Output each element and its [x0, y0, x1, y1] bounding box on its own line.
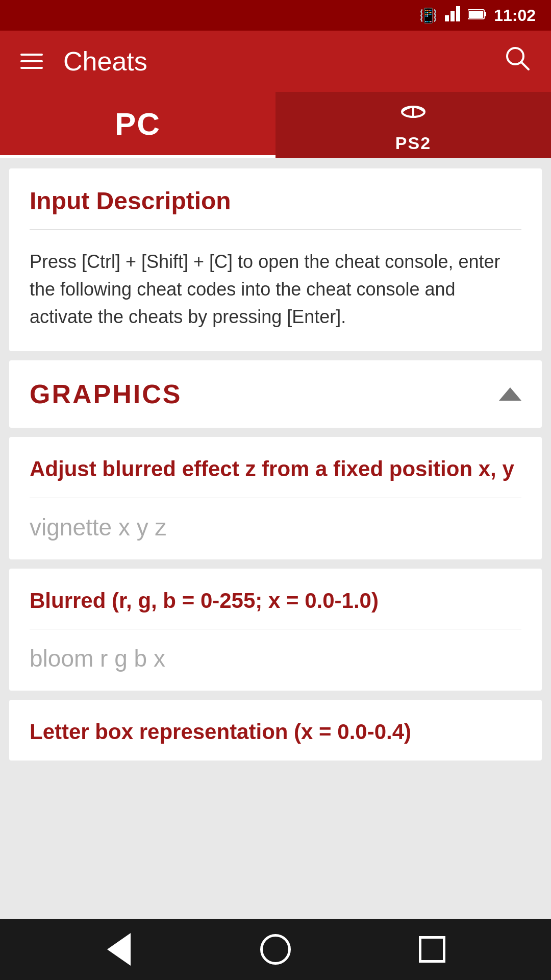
vibrate-icon: 📳 [419, 7, 437, 24]
svg-marker-2 [456, 6, 460, 21]
tab-ps2[interactable]: PS2 [276, 92, 551, 158]
chevron-up-icon [499, 387, 521, 401]
nav-bar [0, 919, 551, 980]
svg-rect-4 [484, 12, 486, 16]
cheat-item-1: Adjust blurred effect z from a fixed pos… [9, 437, 542, 559]
tab-pc-label: PC [115, 106, 161, 142]
input-description-title: Input Description [30, 187, 521, 215]
cheat-item-3: Letter box representation (x = 0.0-0.4) [9, 700, 542, 761]
ps2-logo: PS2 [388, 97, 439, 153]
home-icon [260, 934, 291, 965]
status-time: 11:02 [494, 6, 536, 25]
signal-icon [445, 6, 460, 25]
app-bar-left: Cheats [20, 46, 147, 77]
back-icon [107, 933, 131, 966]
input-description-header: Input Description [9, 168, 542, 229]
recent-apps-button[interactable] [414, 932, 450, 967]
input-description-card: Input Description Press [Ctrl] + [Shift]… [9, 168, 542, 351]
input-description-body: Press [Ctrl] + [Shift] + [C] to open the… [9, 230, 542, 351]
tab-pc[interactable]: PC [0, 92, 276, 158]
status-bar: 📳 11:02 [0, 0, 551, 31]
svg-marker-0 [445, 15, 449, 21]
battery-icon [468, 7, 486, 23]
svg-line-7 [521, 62, 529, 69]
svg-rect-5 [469, 11, 483, 18]
graphics-section-header[interactable]: GRAPHICS [9, 360, 542, 428]
graphics-section-title: GRAPHICS [30, 379, 182, 409]
menu-icon[interactable] [20, 54, 43, 69]
status-icons: 📳 11:02 [419, 6, 536, 25]
svg-marker-1 [450, 11, 455, 21]
back-button[interactable] [101, 932, 137, 967]
content-area: Input Description Press [Ctrl] + [Shift]… [0, 158, 551, 919]
cheat-code-2: bloom r g b x [9, 629, 542, 691]
home-button[interactable] [258, 932, 293, 967]
tab-ps2-label: PS2 [395, 133, 431, 153]
cheat-title-1: Adjust blurred effect z from a fixed pos… [9, 437, 542, 498]
tabs-container: PC PS2 [0, 92, 551, 158]
search-icon[interactable] [504, 45, 531, 78]
cheat-title-3: Letter box representation (x = 0.0-0.4) [9, 700, 542, 761]
recent-icon [419, 936, 445, 963]
cheat-code-1: vignette x y z [9, 498, 542, 559]
page-title: Cheats [63, 46, 147, 77]
cheat-item-2: Blurred (r, g, b = 0-255; x = 0.0-1.0) b… [9, 569, 542, 691]
cheat-title-2: Blurred (r, g, b = 0-255; x = 0.0-1.0) [9, 569, 542, 629]
app-bar: Cheats [0, 31, 551, 92]
